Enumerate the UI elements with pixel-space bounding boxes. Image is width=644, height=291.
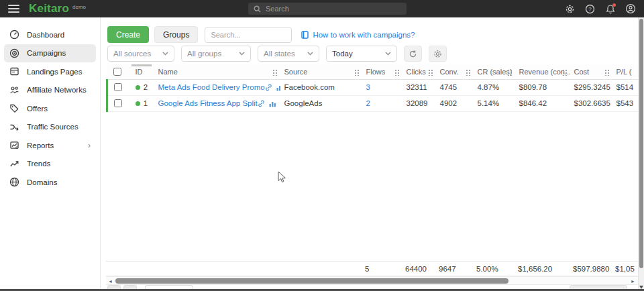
sort-indicator [131,64,152,66]
help-icon[interactable]: ? [584,3,596,15]
campaigns-search-input[interactable] [205,27,292,43]
column-drag-handle[interactable] [394,69,399,76]
total-cost: $597.9880 [569,261,611,276]
sidebar-item-label: Reports [27,141,54,150]
campaign-row: 1 Google Ads Fitness App Split ··· [107,95,639,111]
link-icon[interactable] [258,100,265,107]
date-range-value: Today [332,50,353,58]
logo: Keitaro [29,2,69,15]
groups-filter-select[interactable]: All groups [181,46,251,62]
vertical-scrollbar-thumb[interactable] [639,19,643,268]
cr-value: 4.87% [474,79,515,95]
column-header-conv[interactable]: Conv. [436,64,474,79]
campaign-name-link[interactable]: Google Ads Fitness App Split [158,99,258,107]
help-campaigns-link[interactable]: How to work with campaigns? [301,31,415,39]
clicks-value: 32311 [402,79,436,95]
campaign-row: 2 Meta Ads Food Delivery Promo ··· [107,79,639,95]
column-drag-handle[interactable] [354,69,359,76]
flows-link[interactable]: 2 [366,99,370,107]
status-dot [136,101,140,106]
settings-icon[interactable] [564,3,576,15]
select-all-checkbox[interactable] [113,68,121,76]
trends-icon [9,159,19,169]
stats-icon[interactable] [269,100,276,107]
column-drag-handle[interactable] [507,69,512,76]
campaigns-toolbar: Create Groups How to work with campaigns… [107,26,415,43]
create-button[interactable]: Create [107,26,149,43]
groups-button[interactable]: Groups [154,26,198,43]
sources-filter-value: All sources [113,50,151,58]
domains-icon [9,177,19,187]
sidebar-item-traffic-sources[interactable]: Traffic Sources [4,118,96,137]
sidebar-item-landings-pages[interactable]: Landings Pages [4,62,96,81]
campaign-id: 2 [144,83,148,91]
scroll-right-arrow-icon[interactable]: ► [631,278,635,285]
app-window: Keitaro demo Search ? [0,0,644,291]
sidebar-item-campaigns[interactable]: Campaigns [4,44,96,63]
row-checkbox[interactable] [114,83,122,91]
stats-icon[interactable] [276,84,280,91]
horizontal-scrollbar[interactable]: ◄ ► [106,276,638,285]
table-header-row: ID Name Source Flows Clicks Conv. CR (sa… [107,64,639,79]
global-search-input[interactable]: Search [248,3,407,15]
sidebar-item-label: Dashboard [27,31,64,39]
refresh-button[interactable] [404,46,422,62]
traffic-sources-icon [9,122,19,132]
guide-icon [301,31,309,39]
chevron-down-icon [385,52,391,56]
sidebar-item-label: Affiliate Networks [27,86,87,94]
sidebar-item-domains[interactable]: Domains [4,173,96,192]
refresh-icon [409,50,417,58]
total-revenue: $1,656.20 [514,261,569,276]
column-header-clicks[interactable]: Clicks [402,64,436,79]
column-header-pl[interactable]: P/L ( [612,64,639,79]
notifications-icon[interactable] [604,3,616,15]
sidebar-item-affiliate-networks[interactable]: Affiliate Networks [4,81,96,100]
table-settings-button[interactable] [429,46,447,62]
column-drag-handle[interactable] [428,69,433,76]
account-icon[interactable] [625,3,636,15]
column-drag-handle[interactable] [562,69,567,76]
sources-filter-select[interactable]: All sources [107,46,174,62]
column-drag-handle[interactable] [272,69,277,76]
vertical-scrollbar[interactable] [638,17,644,291]
column-drag-handle[interactable] [604,69,609,76]
chevron-right-icon: › [88,141,91,150]
column-drag-handle[interactable] [466,69,470,76]
sidebar-item-label: Traffic Sources [27,123,78,131]
column-header-name[interactable]: Name [154,64,280,79]
affiliate-networks-icon [9,85,19,95]
landings-pages-icon [9,66,19,76]
date-range-select[interactable]: Today [326,46,397,62]
sidebar-item-reports[interactable]: Reports › [4,136,96,155]
campaign-name-link[interactable]: Meta Ads Food Delivery Promo [158,83,265,91]
column-header-id[interactable]: ID [131,64,154,79]
column-header-cost[interactable]: Cost [570,64,612,79]
sidebar-item-offers[interactable]: Offers [4,99,96,118]
clicks-value: 32089 [402,95,436,111]
column-header-revenue[interactable]: Revenue (con... [515,64,570,79]
campaigns-table: ID Name Source Flows Clicks Conv. CR (sa… [106,64,638,291]
cost-value: $302.6635 [570,95,612,111]
menu-icon[interactable] [8,5,19,13]
flows-link[interactable]: 3 [366,83,370,91]
sidebar-item-label: Campaigns [27,49,66,57]
reports-icon [9,140,19,150]
column-header-cr[interactable]: CR (sales) [474,64,515,79]
topbar-icons: ? [564,3,636,15]
column-header-source[interactable]: Source [280,64,362,79]
logo-demo-badge: demo [72,4,86,10]
revenue-value: $809.78 [515,79,570,95]
campaign-source: Facebook.com [280,79,362,95]
row-actions: ··· [258,99,280,107]
states-filter-select[interactable]: All states [258,46,319,62]
scroll-left-arrow-icon[interactable]: ◄ [108,278,113,285]
sidebar-item-label: Domains [27,178,57,186]
sidebar-item-label: Landings Pages [27,68,82,76]
row-checkbox[interactable] [114,99,122,107]
horizontal-scrollbar-thumb[interactable] [115,278,508,284]
link-icon[interactable] [265,84,272,91]
column-header-flows[interactable]: Flows [362,64,402,79]
sidebar-item-trends[interactable]: Trends [4,155,96,174]
sidebar-item-dashboard[interactable]: Dashboard [4,25,96,44]
